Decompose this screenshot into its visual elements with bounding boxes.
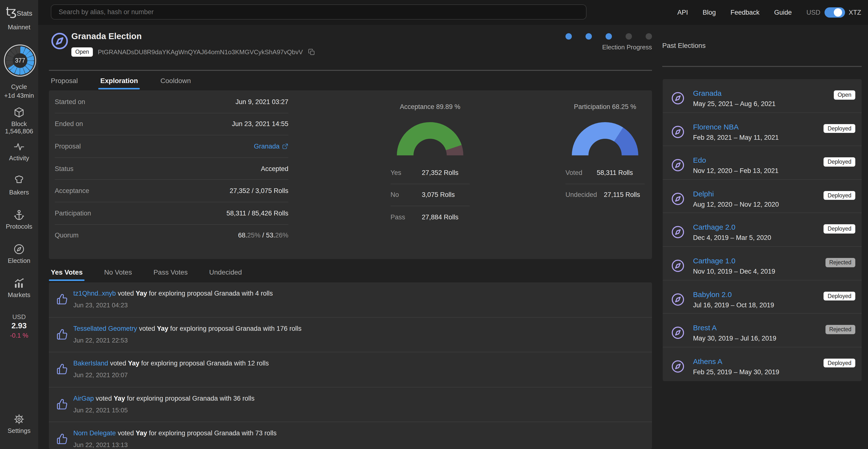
sidebar-item-markets[interactable]: Markets bbox=[0, 278, 38, 298]
past-election-dates: May 25, 2021 – Aug 6, 2021 bbox=[693, 100, 776, 107]
vote-row: AirGap voted Yay for exploring proposal … bbox=[49, 387, 652, 422]
past-election-name[interactable]: Babylon 2.0 bbox=[693, 290, 732, 298]
vote-date: Jun 22, 2021 15:05 bbox=[73, 407, 652, 414]
topbar-link-guide[interactable]: Guide bbox=[774, 9, 792, 16]
past-election-name[interactable]: Florence NBA bbox=[693, 122, 739, 131]
past-election-row[interactable]: Carthage 2.0Dec 4, 2019 – Mar 5, 2020Dep… bbox=[663, 213, 862, 247]
past-election-row[interactable]: DelphiAug 12, 2020 – Nov 12, 2020Deploye… bbox=[663, 180, 862, 213]
compass-icon bbox=[671, 91, 685, 105]
toggle-knob bbox=[834, 8, 842, 17]
quorum-part: 26% bbox=[275, 232, 288, 239]
compass-icon bbox=[671, 225, 685, 239]
past-election-dates: Dec 4, 2019 – Mar 5, 2020 bbox=[693, 234, 771, 242]
past-elections-title: Past Elections bbox=[662, 41, 706, 49]
past-election-name[interactable]: Delphi bbox=[693, 190, 714, 198]
vote-rest: for exploring proposal Granada with 176 … bbox=[170, 325, 301, 332]
sidebar-item-protocols[interactable]: Protocols bbox=[0, 209, 38, 230]
sidebar-item-label: Settings bbox=[0, 427, 38, 434]
voter-link[interactable]: Tessellated Geometry bbox=[73, 325, 137, 332]
vote-action: Yay bbox=[128, 360, 140, 367]
details-row: StatusAccepted bbox=[55, 158, 288, 180]
vote-row: tz1Qhnd..xnyb voted Yay for exploring pr… bbox=[49, 282, 652, 317]
sidebar-item-label: Bakers bbox=[0, 189, 38, 196]
sidebar-item-election[interactable]: Election bbox=[0, 243, 38, 264]
sidebar-item-activity[interactable]: Activity bbox=[0, 141, 38, 162]
past-election-name[interactable]: Granada bbox=[693, 89, 722, 97]
header-divider bbox=[49, 70, 652, 71]
vote-text: AirGap voted Yay for exploring proposal … bbox=[73, 395, 652, 402]
top-bar: APIBlogFeedbackGuide USD XTZ bbox=[38, 0, 868, 25]
search-input[interactable] bbox=[51, 4, 587, 20]
past-election-name[interactable]: Carthage 2.0 bbox=[693, 223, 735, 231]
topbar-link-api[interactable]: API bbox=[677, 9, 688, 16]
cycle-label: Cycle bbox=[0, 83, 38, 90]
cycle-gauge[interactable]: 377 bbox=[4, 44, 36, 77]
brand-logo[interactable]: tʒ Stats bbox=[0, 4, 38, 19]
votes-tab-yes-votes[interactable]: Yes Votes bbox=[49, 268, 85, 281]
past-election-name[interactable]: Athens A bbox=[693, 357, 722, 365]
vote-verb: voted bbox=[139, 325, 155, 332]
proposal-link[interactable]: Granada bbox=[254, 143, 280, 150]
voter-link[interactable]: tz1Qhnd..xnyb bbox=[73, 290, 116, 297]
past-election-row[interactable]: Florence NBAFeb 28, 2021 – May 11, 2021D… bbox=[663, 113, 862, 146]
progress-dot-1 bbox=[565, 33, 572, 39]
vote-verb: voted bbox=[96, 395, 112, 402]
legend-value: 58,311 Rolls bbox=[597, 169, 633, 177]
details-label: Acceptance bbox=[55, 187, 89, 194]
progress-dot-2 bbox=[586, 33, 592, 39]
brand-name: Stats bbox=[17, 9, 32, 17]
price-change: -0.1 % bbox=[0, 332, 38, 339]
legend-value: 3,075 Rolls bbox=[422, 191, 455, 199]
tab-cooldown[interactable]: Cooldown bbox=[159, 77, 193, 89]
past-election-row[interactable]: Athens AFeb 25, 2019 – May 30, 2019Deplo… bbox=[663, 347, 862, 381]
past-election-badge: Rejected bbox=[825, 258, 855, 267]
topbar-link-blog[interactable]: Blog bbox=[703, 9, 716, 16]
copy-icon[interactable] bbox=[308, 49, 315, 56]
exploration-details-card: Started onJun 9, 2021 03:27Ended onJun 2… bbox=[49, 90, 652, 259]
past-election-dates: Feb 25, 2019 – May 30, 2019 bbox=[693, 368, 779, 376]
past-election-badge: Deployed bbox=[824, 191, 855, 200]
gauge-chart bbox=[572, 122, 638, 155]
quorum-part: / bbox=[260, 232, 266, 239]
voter-link[interactable]: AirGap bbox=[73, 395, 94, 402]
past-election-name[interactable]: Edo bbox=[693, 156, 706, 164]
details-value: Accepted bbox=[261, 165, 288, 172]
sidebar: tʒ Stats Mainnet 377 Cycle +1d 43min Blo… bbox=[0, 0, 38, 449]
votes-tab-no-votes[interactable]: No Votes bbox=[102, 268, 134, 281]
quorum-part: 25% bbox=[247, 232, 260, 239]
protocols-icon bbox=[0, 209, 38, 221]
external-link-icon bbox=[282, 143, 288, 150]
vote-rest: for exploring proposal Granada with 12 r… bbox=[141, 360, 269, 367]
vote-action: Yay bbox=[114, 395, 125, 402]
compass-icon bbox=[671, 325, 685, 340]
tab-exploration[interactable]: Exploration bbox=[98, 77, 140, 89]
voter-link[interactable]: BakerIsland bbox=[73, 360, 108, 367]
sidebar-item-bakers[interactable]: Bakers bbox=[0, 175, 38, 196]
past-election-row[interactable]: EdoNov 12, 2020 – Feb 13, 2021Deployed bbox=[663, 146, 862, 180]
votes-tab-undecided[interactable]: Undecided bbox=[207, 268, 244, 281]
past-election-row[interactable]: GranadaMay 25, 2021 – Aug 6, 2021Open bbox=[663, 79, 862, 113]
past-election-dates: Nov 10, 2019 – Dec 4, 2019 bbox=[693, 268, 775, 275]
vote-date: Jun 22, 2021 13:13 bbox=[73, 442, 652, 449]
details-value: 68.25% / 53.26% bbox=[238, 232, 288, 239]
tab-proposal[interactable]: Proposal bbox=[49, 77, 80, 89]
sidebar-item-settings[interactable]: Settings bbox=[0, 413, 38, 434]
header-subline: Open PtGRANADsDU8R9daYKAgWnQYAJ64omN1o3K… bbox=[71, 47, 315, 57]
past-election-row[interactable]: Brest AMay 30, 2019 – Jul 16, 2019Reject… bbox=[663, 314, 862, 347]
votes-tab-pass-votes[interactable]: Pass Votes bbox=[152, 268, 190, 281]
legend-row: Voted58,311 Rolls bbox=[565, 162, 645, 184]
quorum-part: 53. bbox=[266, 232, 275, 239]
past-election-row[interactable]: Babylon 2.0Jul 16, 2019 – Oct 18, 2019De… bbox=[663, 280, 862, 314]
legend-label: Pass bbox=[391, 214, 415, 221]
currency-toggle[interactable] bbox=[824, 7, 845, 18]
price-widget[interactable]: USD 2.93 -0.1 % bbox=[0, 313, 38, 339]
past-election-name[interactable]: Brest A bbox=[693, 323, 717, 332]
topbar-link-feedback[interactable]: Feedback bbox=[731, 9, 760, 16]
past-election-row[interactable]: Carthage 1.0Nov 10, 2019 – Dec 4, 2019Re… bbox=[663, 247, 862, 280]
past-election-dates: Feb 28, 2021 – May 11, 2021 bbox=[693, 134, 779, 141]
past-election-name[interactable]: Carthage 1.0 bbox=[693, 257, 735, 265]
details-value: 27,352 / 3,075 Rolls bbox=[230, 187, 288, 194]
sidebar-item-block[interactable]: Block1,546,806 bbox=[0, 106, 38, 135]
details-label: Status bbox=[55, 165, 73, 172]
voter-link[interactable]: Norn Delegate bbox=[73, 430, 116, 437]
